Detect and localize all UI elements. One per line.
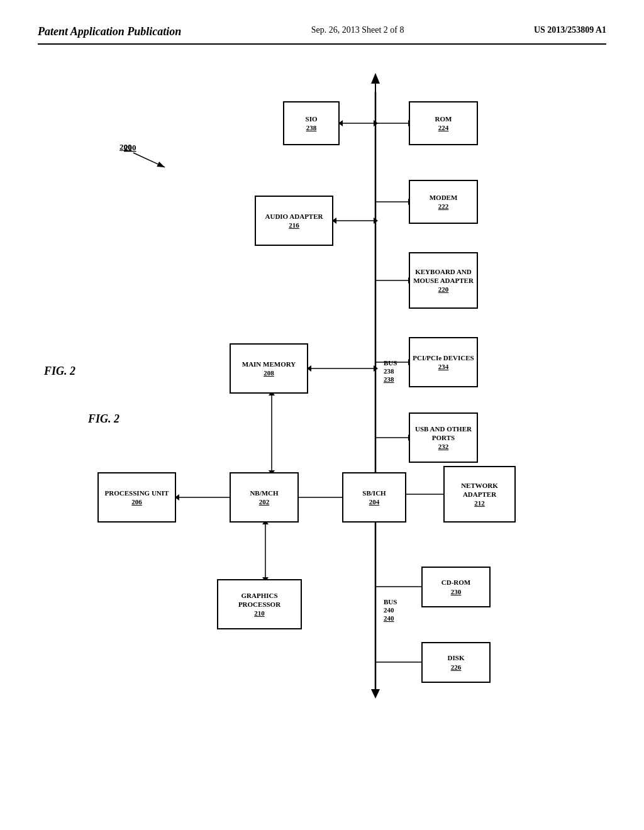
modem-box: MODEM 222: [409, 180, 478, 224]
svg-text:BUS: BUS: [384, 359, 397, 367]
cdrom-box: CD-ROM 230: [421, 567, 491, 607]
svg-marker-19: [374, 218, 378, 224]
main-memory-label: MAIN MEMORY: [242, 360, 296, 368]
sio-ref: 238: [306, 123, 317, 132]
sio-box: SIO 238: [283, 101, 340, 145]
svg-marker-10: [371, 73, 380, 84]
audio-adapter-label: AUDIO ADAPTER: [265, 212, 323, 221]
patent-number: US 2013/253809 A1: [534, 25, 606, 35]
audio-adapter-ref: 216: [289, 221, 299, 230]
svg-text:BUS: BUS: [384, 598, 397, 606]
network-adapter-ref: 212: [474, 499, 485, 507]
pcie-ref: 234: [438, 362, 449, 371]
graphics-processor-label: GRAPHICS PROCESSOR: [221, 591, 298, 609]
svg-marker-33: [374, 365, 378, 372]
diagram-ref-label: 200: [119, 142, 132, 152]
rom-box: ROM 224: [409, 101, 478, 145]
cdrom-ref: 230: [451, 587, 462, 596]
processing-unit-box: PROCESSING UNIT 206: [97, 472, 176, 523]
sheet-info: Sep. 26, 2013 Sheet 2 of 8: [311, 25, 404, 35]
modem-label: MODEM: [430, 193, 458, 202]
fig-2-label: FIG. 2: [88, 412, 119, 426]
network-adapter-label: NETWORK ADAPTER: [447, 481, 512, 499]
pcie-label: PCI/PCIe DEVICES: [413, 353, 474, 362]
main-memory-box: MAIN MEMORY 208: [230, 343, 308, 394]
svg-text:238: 238: [384, 367, 394, 375]
sbich-label: SB/ICH: [362, 489, 386, 497]
diagram-ref-number: 200: [119, 142, 132, 152]
keyboard-mouse-ref: 220: [438, 285, 449, 294]
svg-text:240: 240: [384, 614, 394, 622]
page-header: Patent Application Publication Sep. 26, …: [38, 25, 606, 45]
svg-marker-14: [374, 120, 378, 126]
usb-label: USB AND OTHER PORTS: [413, 424, 474, 443]
nbmch-ref: 202: [259, 497, 270, 506]
svg-text:240: 240: [384, 606, 394, 614]
rom-label: ROM: [435, 114, 452, 123]
svg-marker-50: [371, 689, 380, 699]
disk-box: DISK 226: [421, 642, 491, 683]
publication-title: Patent Application Publication: [38, 25, 181, 38]
pcie-box: PCI/PCIe DEVICES 234: [409, 337, 478, 387]
graphics-processor-box: GRAPHICS PROCESSOR 210: [217, 579, 302, 629]
network-adapter-box: NETWORK ADAPTER 212: [443, 466, 516, 523]
audio-adapter-box: AUDIO ADAPTER 216: [255, 196, 333, 246]
rom-ref: 224: [438, 123, 449, 132]
usb-box: USB AND OTHER PORTS 232: [409, 412, 478, 463]
keyboard-mouse-box: KEYBOARD AND MOUSE ADAPTER 220: [409, 252, 478, 309]
sbich-ref: 204: [369, 497, 380, 506]
keyboard-mouse-label: KEYBOARD AND MOUSE ADAPTER: [413, 267, 474, 285]
sio-label: SIO: [306, 114, 318, 123]
modem-ref: 222: [438, 202, 449, 211]
disk-ref: 226: [451, 663, 462, 672]
sbich-box: SB/ICH 204: [342, 472, 406, 523]
diagram-area: 200 BUS 238 238: [38, 57, 606, 780]
diagram-svg: 200 BUS 238 238: [38, 57, 606, 780]
disk-label: DISK: [448, 653, 465, 662]
graphics-processor-ref: 210: [254, 609, 265, 617]
nbmch-label: NB/MCH: [250, 489, 278, 497]
usb-ref: 232: [438, 442, 449, 451]
processing-unit-ref: 206: [131, 497, 142, 506]
svg-line-5: [133, 153, 165, 167]
svg-text:238: 238: [384, 375, 394, 383]
nbmch-box: NB/MCH 202: [230, 472, 299, 523]
main-memory-ref: 208: [264, 368, 274, 377]
cdrom-label: CD-ROM: [441, 578, 470, 587]
processing-unit-label: PROCESSING UNIT: [105, 489, 169, 497]
